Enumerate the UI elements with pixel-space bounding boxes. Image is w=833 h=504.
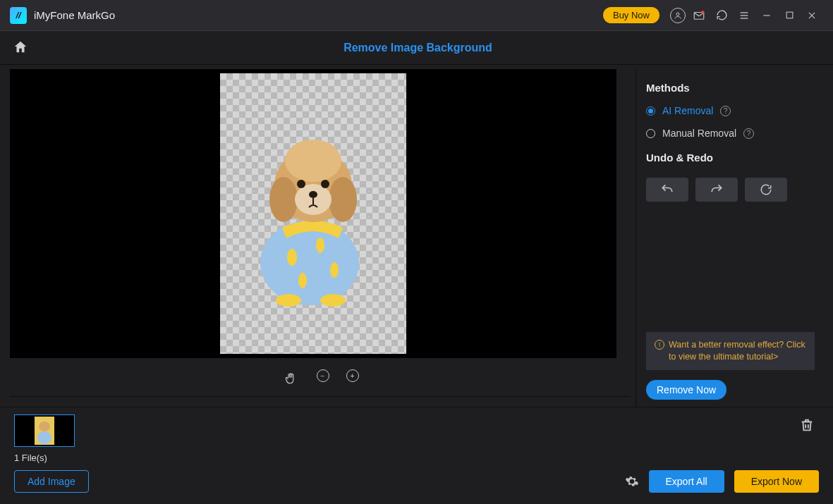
canvas-area: − + xyxy=(10,69,630,407)
svg-point-10 xyxy=(260,221,359,305)
menu-icon[interactable] xyxy=(735,6,753,25)
methods-title: Methods xyxy=(646,82,815,94)
svg-point-27 xyxy=(37,431,51,444)
refresh-icon[interactable] xyxy=(712,6,731,25)
pan-icon[interactable] xyxy=(281,369,300,388)
file-count: 1 File(s) xyxy=(14,453,819,463)
page-title: Remove Image Background xyxy=(16,42,820,54)
remove-now-button[interactable]: Remove Now xyxy=(646,380,726,400)
info-icon: ! xyxy=(655,340,664,350)
undo-redo-row xyxy=(646,178,815,202)
page-header: Remove Image Background xyxy=(0,31,833,65)
svg-point-19 xyxy=(269,177,298,222)
side-panel: Methods AI Removal ? Manual Removal ? Un… xyxy=(636,69,823,407)
svg-point-20 xyxy=(329,177,357,222)
svg-point-13 xyxy=(298,273,307,288)
svg-point-14 xyxy=(330,262,339,278)
minimize-icon[interactable] xyxy=(758,6,776,25)
app-logo-icon: // xyxy=(10,7,27,24)
image-canvas[interactable] xyxy=(10,69,616,358)
svg-point-15 xyxy=(276,294,301,307)
bottom-panel: 1 File(s) Add Image Export All Export No… xyxy=(0,407,833,504)
ai-removal-label: AI Removal xyxy=(662,105,713,116)
add-image-button[interactable]: Add Image xyxy=(14,470,89,493)
close-icon[interactable] xyxy=(803,6,821,25)
svg-point-16 xyxy=(320,294,346,307)
redo-button[interactable] xyxy=(695,178,738,202)
canvas-controls: − + xyxy=(10,358,630,397)
export-now-button[interactable]: Export Now xyxy=(734,470,819,493)
export-all-button[interactable]: Export All xyxy=(649,470,724,493)
manual-removal-label: Manual Removal xyxy=(662,128,736,139)
ai-removal-option[interactable]: AI Removal ? xyxy=(646,102,815,125)
mail-icon[interactable] xyxy=(690,6,708,25)
buy-now-button[interactable]: Buy Now xyxy=(603,7,659,23)
undo-redo-title: Undo & Redo xyxy=(646,152,815,164)
thumbnail[interactable] xyxy=(14,414,75,447)
svg-point-11 xyxy=(287,249,297,266)
help-icon[interactable]: ? xyxy=(720,106,731,116)
maximize-icon[interactable] xyxy=(780,6,798,25)
undo-button[interactable] xyxy=(646,178,688,202)
titlebar: // iMyFone MarkGo Buy Now xyxy=(0,0,833,31)
manual-removal-option[interactable]: Manual Removal ? xyxy=(646,125,815,147)
reset-button[interactable] xyxy=(745,178,787,202)
thumbnail-image xyxy=(35,417,54,445)
tutorial-tip[interactable]: ! Want a better removal effect? Click to… xyxy=(646,332,815,370)
svg-point-12 xyxy=(316,238,324,253)
zoom-out-icon[interactable]: − xyxy=(317,369,329,382)
svg-point-2 xyxy=(701,11,705,14)
svg-point-26 xyxy=(39,422,50,431)
thumbnail-row xyxy=(14,414,819,447)
help-icon[interactable]: ? xyxy=(743,128,754,139)
user-icon[interactable] xyxy=(670,8,686,23)
svg-rect-7 xyxy=(786,12,793,18)
transparency-checker xyxy=(220,73,406,354)
settings-icon[interactable] xyxy=(625,474,639,488)
radio-unselected-icon[interactable] xyxy=(646,129,655,138)
svg-point-18 xyxy=(285,140,341,182)
svg-point-22 xyxy=(297,180,305,188)
bottom-actions: Add Image Export All Export Now xyxy=(14,470,819,493)
zoom-in-icon[interactable]: + xyxy=(346,369,359,382)
svg-point-0 xyxy=(676,13,679,16)
svg-point-23 xyxy=(321,180,329,188)
main-area: − + Methods AI Removal ? Manual Removal … xyxy=(0,65,833,407)
svg-point-24 xyxy=(309,191,317,198)
tip-text: Want a better removal effect? Click to v… xyxy=(669,339,806,363)
radio-selected-icon[interactable] xyxy=(646,106,655,116)
app-title: iMyFone MarkGo xyxy=(34,9,115,21)
subject-image xyxy=(250,118,377,309)
trash-icon[interactable] xyxy=(799,417,815,433)
